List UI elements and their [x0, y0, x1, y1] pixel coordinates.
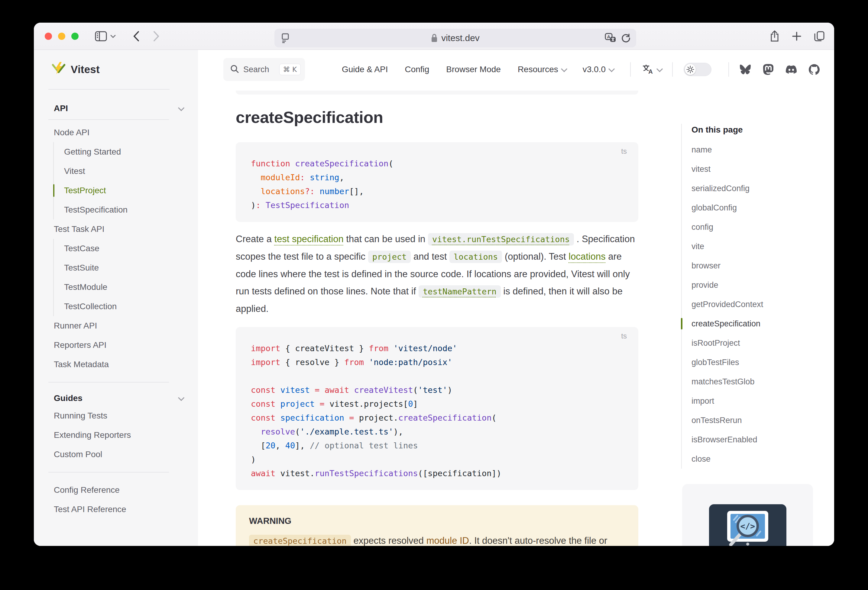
inline-code: locations — [449, 251, 502, 263]
toc-item-isrootproject[interactable]: isRootProject — [691, 333, 817, 353]
chevron-down-icon — [561, 66, 567, 72]
sidebar-section-api[interactable]: API — [54, 100, 183, 116]
new-tab-icon[interactable] — [791, 31, 802, 41]
search-button[interactable]: Search ⌘ K — [223, 58, 305, 81]
sidebar-item-config-reference[interactable]: Config Reference — [54, 480, 183, 500]
tab-overview-icon[interactable] — [813, 31, 825, 42]
toc-item-close[interactable]: close — [691, 449, 817, 469]
nav-item-config[interactable]: Config — [405, 65, 429, 74]
discord-icon[interactable] — [786, 64, 797, 75]
vitest-logo-icon — [52, 62, 66, 77]
toc-item-ontestsrerun[interactable]: onTestsRerun — [691, 410, 817, 430]
toc-item-name[interactable]: name — [691, 140, 817, 159]
doc-content[interactable]: createSpecification ts function createSp… — [198, 89, 834, 546]
sidebar-item-testspecification[interactable]: TestSpecification — [64, 200, 183, 219]
chevron-down-icon — [178, 394, 185, 401]
sidebar-divider — [48, 472, 169, 472]
toc-item-provide[interactable]: provide — [691, 275, 817, 295]
toc-item-vitest[interactable]: vitest — [691, 159, 817, 179]
site-header: Search ⌘ K Guide & APIConfigBrowser Mode… — [198, 50, 834, 89]
sidebar-section-guides[interactable]: Guides — [54, 390, 183, 406]
share-icon[interactable] — [769, 30, 780, 42]
nav-item-v3-0-0[interactable]: v3.0.0 — [583, 65, 613, 74]
page-title: createSpecification — [236, 108, 638, 127]
sidebar-item-test-api-reference[interactable]: Test API Reference — [54, 500, 183, 519]
sidebar: Vitest APINode APIGetting StartedVitestT… — [34, 50, 198, 546]
code-body: import { createVitest } from 'vitest/nod… — [251, 341, 623, 480]
warning-body: createSpecification expects resolved mod… — [249, 532, 625, 546]
sidebar-item-custom-pool[interactable]: Custom Pool — [54, 445, 183, 464]
sidebar-menu-chevron-icon[interactable] — [110, 34, 116, 38]
doc-link-locations[interactable]: locations — [568, 251, 605, 262]
site-logo[interactable]: Vitest — [34, 50, 198, 89]
sidebar-item-testsuite[interactable]: TestSuite — [64, 258, 183, 278]
toc-item-matchestestglob[interactable]: matchesTestGlob — [691, 372, 817, 391]
sidebar-item-vitest[interactable]: Vitest — [64, 162, 183, 181]
site-title: Vitest — [71, 63, 100, 75]
sidebar-item-testcase[interactable]: TestCase — [64, 239, 183, 258]
sidebar-item-runner-api[interactable]: Runner API — [54, 316, 183, 335]
toc-item-createspecification[interactable]: createSpecification — [691, 314, 817, 333]
code-lang-badge: ts — [621, 332, 627, 340]
toc-item-isbrowserenabled[interactable]: isBrowserEnabled — [691, 430, 817, 449]
sidebar-item-running-tests[interactable]: Running Tests — [54, 406, 183, 425]
sidebar-divider — [48, 382, 169, 383]
search-icon — [230, 64, 239, 75]
toc-item-globtestfiles[interactable]: globTestFiles — [691, 353, 817, 372]
github-icon[interactable] — [809, 64, 820, 75]
sidebar-item-testcollection[interactable]: TestCollection — [64, 297, 183, 316]
inline-code: project — [368, 251, 411, 263]
sidebar-item-extending-reporters[interactable]: Extending Reporters — [54, 425, 183, 445]
toc-item-getprovidedcontext[interactable]: getProvidedContext — [691, 295, 817, 314]
sidebar-item-testproject[interactable]: TestProject — [64, 181, 183, 200]
code-lang-badge: ts — [621, 147, 627, 156]
toc-list: namevitestserializedConfigglobalConfigco… — [691, 140, 817, 469]
address-bar[interactable]: vitest.dev A — [275, 29, 636, 47]
doc-link-test-specification[interactable]: test specification — [275, 234, 344, 244]
sidebar-item-node-api[interactable]: Node API — [54, 123, 183, 142]
zoom-window-button[interactable] — [71, 32, 78, 40]
sponsor-image: </> — [709, 504, 787, 546]
mastodon-icon[interactable] — [763, 64, 774, 75]
sidebar-item-task-metadata[interactable]: Task Metadata — [54, 355, 183, 374]
nav-item-guide-api[interactable]: Guide & API — [342, 65, 388, 74]
sidebar-nav: APINode APIGetting StartedVitestTestProj… — [34, 90, 198, 519]
bluesky-icon[interactable] — [740, 64, 751, 75]
toc-item-vite[interactable]: vite — [691, 237, 817, 256]
code-block-signature[interactable]: ts function createSpecification( moduleI… — [236, 142, 638, 222]
sponsor-card[interactable]: </> — [682, 484, 813, 546]
text: Create a — [236, 234, 275, 244]
toc-item-globalconfig[interactable]: globalConfig — [691, 198, 817, 218]
nav-item-resources[interactable]: Resources — [518, 65, 566, 74]
sidebar-item-getting-started[interactable]: Getting Started — [64, 142, 183, 162]
sidebar-toggle-icon[interactable] — [95, 31, 107, 41]
theme-toggle[interactable] — [683, 63, 712, 76]
code-body: function createSpecification( moduleId: … — [251, 157, 623, 212]
sidebar-item-reporters-api[interactable]: Reporters API — [54, 335, 183, 355]
sidebar-item-testmodule[interactable]: TestModule — [64, 278, 183, 297]
minimize-window-button[interactable] — [58, 32, 65, 40]
forward-button[interactable] — [153, 31, 159, 42]
desktop: vitest.dev A — [0, 0, 868, 590]
browser-window: vitest.dev A — [34, 23, 834, 546]
traffic-lights — [45, 32, 78, 40]
nav-item-browser-mode[interactable]: Browser Mode — [446, 65, 501, 74]
chevron-down-icon — [608, 66, 615, 72]
toc-item-serializedconfig[interactable]: serializedConfig — [691, 179, 817, 198]
toc-item-browser[interactable]: browser — [691, 256, 817, 275]
code-link-vitest-runtestspecifications[interactable]: vitest.runTestSpecifications — [428, 233, 574, 246]
search-label: Search — [243, 65, 275, 74]
doc-link-module-id[interactable]: module ID — [427, 536, 469, 546]
close-window-button[interactable] — [45, 32, 52, 40]
sidebar-item-test-task-api[interactable]: Test Task API — [54, 219, 183, 239]
code-block-example[interactable]: ts import { createVitest } from 'vitest/… — [236, 327, 638, 490]
code-link-testnamepattern[interactable]: testNamePattern — [419, 285, 501, 298]
text: that can be used in — [344, 234, 428, 244]
toc-item-import[interactable]: import — [691, 391, 817, 410]
svg-text:A: A — [648, 68, 652, 74]
translate-icon: A — [642, 63, 654, 75]
toc-item-config[interactable]: config — [691, 218, 817, 237]
back-button[interactable] — [133, 31, 140, 42]
language-menu[interactable]: A — [642, 63, 661, 75]
top-nav: Guide & APIConfigBrowser ModeResourcesv3… — [325, 65, 613, 74]
